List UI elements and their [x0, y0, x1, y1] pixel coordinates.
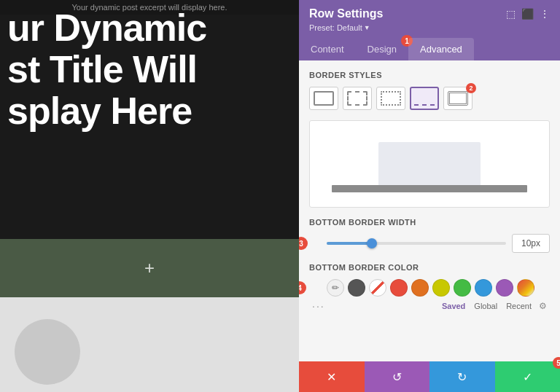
border-width-section: Bottom Border Width 3 10px	[309, 218, 550, 253]
color-dropper-button[interactable]: ✏	[327, 279, 344, 297]
panel-header: Row Settings ⬚ ⬛ ⋮ Preset: Default ▼	[299, 0, 560, 38]
redo-button[interactable]: ↻	[429, 361, 495, 392]
saved-button[interactable]: Saved	[438, 300, 470, 312]
border-color-section: Bottom Border Color 4 ✏ ··· Saved Global…	[309, 263, 550, 313]
color-swatch-dark[interactable]	[348, 279, 365, 297]
color-badge: 4	[299, 281, 306, 294]
border-width-slider-row: 3 10px	[309, 234, 550, 253]
border-preview	[309, 120, 550, 208]
preview-bottom	[0, 297, 299, 392]
resize-icon[interactable]: ⬚	[506, 8, 516, 20]
border-preview-inner	[378, 142, 481, 186]
recent-button[interactable]: Recent	[502, 300, 536, 312]
save-button[interactable]: ✓ 5	[495, 361, 561, 392]
panel-header-icons: ⬚ ⬛ ⋮	[506, 8, 550, 20]
tab-design[interactable]: Design 1	[356, 38, 408, 60]
color-actions: ··· Saved Global Recent ⚙	[309, 299, 550, 313]
border-width-value[interactable]: 10px	[512, 234, 550, 253]
tab-content[interactable]: Content	[299, 38, 356, 60]
color-swatch-transparent[interactable]	[369, 279, 386, 297]
more-options-icon[interactable]: ⋮	[540, 8, 550, 20]
border-solid-button[interactable]	[309, 87, 338, 110]
border-styles-group: 2	[309, 87, 550, 110]
border-dotted-button[interactable]	[376, 87, 405, 110]
border-width-label: Bottom Border Width	[309, 218, 550, 227]
border-dashed-button[interactable]	[343, 87, 372, 110]
global-button[interactable]: Global	[470, 300, 502, 312]
preview-green-band[interactable]: +	[0, 239, 299, 297]
color-swatch-blue[interactable]	[475, 279, 492, 297]
footer-save-badge: 5	[553, 357, 560, 369]
slider-thumb[interactable]	[367, 238, 377, 248]
color-swatch-purple[interactable]	[496, 279, 513, 297]
cancel-button[interactable]: ✕	[299, 361, 365, 392]
color-more-dots[interactable]: ···	[309, 300, 325, 312]
slider-fill	[327, 242, 372, 245]
border-preview-bottom-line	[332, 185, 527, 192]
preset-selector[interactable]: Preset: Default ▼	[309, 23, 550, 32]
preview-circle-decoration	[15, 319, 80, 385]
color-swatch-gradient[interactable]	[517, 279, 534, 297]
border-width-badge: 3	[299, 237, 308, 250]
border-width-slider[interactable]	[327, 242, 506, 245]
panel-tabs: Content Design 1 Advanced	[299, 38, 560, 60]
color-swatches: 4 ✏	[309, 279, 550, 297]
reset-icon: ↺	[392, 370, 402, 384]
redo-icon: ↻	[457, 370, 467, 384]
border-styles-label: Border Styles	[309, 71, 550, 79]
reset-button[interactable]: ↺	[365, 361, 430, 392]
color-swatch-green[interactable]	[454, 279, 471, 297]
panel-header-top: Row Settings ⬚ ⬛ ⋮	[309, 7, 550, 20]
bottom-dashed-border-icon	[414, 91, 435, 106]
preset-arrow-icon: ▼	[364, 24, 370, 31]
dashed-border-icon	[347, 91, 368, 106]
border-bottom-dashed-button[interactable]	[410, 87, 439, 110]
color-swatch-yellow[interactable]	[432, 279, 450, 297]
color-settings-icon[interactable]: ⚙	[536, 299, 550, 313]
tab-advanced[interactable]: Advanced	[408, 38, 474, 60]
add-section-button[interactable]: +	[144, 258, 155, 278]
panel-footer: ✕ ↺ ↻ ✓ 5	[299, 361, 560, 392]
preview-area: Your dynamic post excerpt will display h…	[0, 0, 299, 392]
settings-panel: Row Settings ⬚ ⬛ ⋮ Preset: Default ▼ Con…	[299, 0, 560, 392]
panel-title: Row Settings	[309, 7, 383, 20]
preview-title: ur Dynamic st Title Will splay Here	[0, 0, 221, 140]
dotted-border-icon	[381, 91, 401, 106]
border-double-button[interactable]: 2	[443, 87, 472, 110]
double-border-icon	[448, 91, 468, 106]
border-style-badge: 2	[466, 83, 476, 93]
solid-border-icon	[314, 91, 334, 106]
border-color-label: Bottom Border Color	[309, 263, 550, 272]
cancel-icon: ✕	[327, 370, 336, 384]
save-icon: ✓	[523, 370, 532, 384]
color-swatch-red[interactable]	[390, 279, 408, 297]
columns-icon[interactable]: ⬛	[521, 8, 534, 20]
panel-content: Border Styles 2 Bott	[299, 60, 560, 361]
color-swatch-orange[interactable]	[411, 279, 429, 297]
